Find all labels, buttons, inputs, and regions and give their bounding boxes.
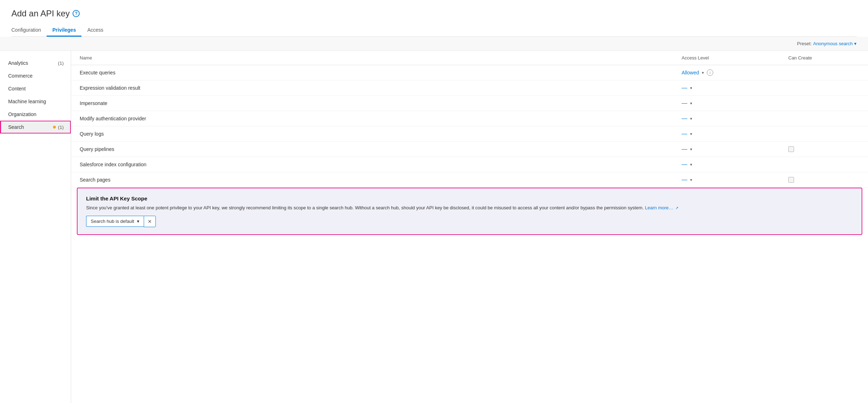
- create-cell: [788, 146, 859, 152]
- col-header-create: Can Create: [788, 55, 859, 61]
- access-dropdown-icon[interactable]: ▾: [690, 147, 692, 152]
- help-icon[interactable]: ?: [73, 10, 80, 17]
- access-cell: — ▾: [682, 146, 788, 152]
- privilege-name: Expression validation result: [80, 85, 682, 91]
- can-create-checkbox[interactable]: [788, 146, 794, 152]
- table-row: Impersonate — ▾: [71, 96, 868, 111]
- privilege-name: Search pages: [80, 177, 682, 183]
- privilege-name: Query logs: [80, 131, 682, 137]
- notification-text: Since you've granted at least one potent…: [86, 204, 853, 211]
- col-header-name: Name: [80, 55, 682, 61]
- page-title: Add an API key ?: [11, 9, 857, 19]
- create-cell: [788, 177, 859, 183]
- search-hub-close-button[interactable]: ✕: [144, 216, 156, 227]
- privilege-name: Execute queries: [80, 70, 682, 75]
- sidebar-item-organization[interactable]: Organization: [0, 108, 71, 121]
- search-hub-selector: Search hub is default ▾ ✕: [86, 216, 853, 227]
- access-value: —: [682, 85, 687, 91]
- access-value: —: [682, 177, 687, 183]
- access-dropdown-icon[interactable]: ▾: [702, 70, 704, 75]
- tab-privileges[interactable]: Privileges: [47, 24, 81, 37]
- privilege-name: Salesforce index configuration: [80, 162, 682, 167]
- table-row: Modify authentication provider — ▾: [71, 111, 868, 126]
- access-dropdown-icon[interactable]: ▾: [690, 132, 692, 136]
- table-row: Expression validation result — ▾: [71, 80, 868, 96]
- table-row: Execute queries Allowed ▾ i: [71, 65, 868, 80]
- sidebar-item-analytics[interactable]: Analytics (1): [0, 57, 71, 69]
- privilege-name: Impersonate: [80, 100, 682, 106]
- sidebar-item-machine-learning[interactable]: Machine learning: [0, 95, 71, 108]
- sidebar-label: Organization: [8, 111, 36, 117]
- sidebar-label: Commerce: [8, 73, 32, 79]
- access-value: —: [682, 146, 687, 152]
- info-icon[interactable]: i: [707, 69, 713, 76]
- sidebar-right: (1): [53, 125, 64, 130]
- access-dropdown-icon[interactable]: ▾: [690, 116, 692, 121]
- sidebar-item-search[interactable]: Search (1): [0, 121, 71, 134]
- access-value: —: [682, 161, 687, 168]
- access-cell: — ▾: [682, 177, 788, 183]
- access-value: —: [682, 100, 687, 106]
- preset-bar: Preset: Anonymous search ▾: [0, 37, 868, 51]
- access-value: Allowed: [682, 70, 699, 75]
- sidebar-label: Machine learning: [8, 99, 46, 104]
- sidebar: Analytics (1) Commerce Content Machine l…: [0, 51, 71, 403]
- access-dropdown-icon[interactable]: ▾: [690, 86, 692, 90]
- table-row: Search pages — ▾: [71, 172, 868, 188]
- page-title-text: Add an API key: [11, 9, 70, 19]
- page: Add an API key ? Configuration Privilege…: [0, 0, 868, 403]
- notification-title: Limit the API Key Scope: [86, 195, 853, 202]
- table-header: Name Access Level Can Create: [71, 51, 868, 65]
- access-dropdown-icon[interactable]: ▾: [690, 178, 692, 182]
- sidebar-item-content[interactable]: Content: [0, 82, 71, 95]
- access-dropdown-icon[interactable]: ▾: [690, 162, 692, 167]
- sidebar-item-commerce[interactable]: Commerce: [0, 69, 71, 82]
- sidebar-badge: (1): [58, 125, 64, 130]
- privileges-table-area: Name Access Level Can Create Execute que…: [71, 51, 868, 403]
- close-icon: ✕: [148, 219, 152, 224]
- tab-configuration[interactable]: Configuration: [11, 24, 47, 37]
- table-row: Salesforce index configuration — ▾: [71, 157, 868, 172]
- page-header: Add an API key ? Configuration Privilege…: [0, 0, 868, 37]
- external-link-icon: ↗: [675, 206, 678, 210]
- access-cell: — ▾: [682, 85, 788, 91]
- dot-indicator: [53, 126, 56, 129]
- learn-more-link[interactable]: Learn more… ↗: [645, 205, 678, 210]
- search-hub-label: Search hub is default: [91, 219, 134, 224]
- preset-value-text: Anonymous search: [813, 41, 853, 46]
- preset-chevron-icon: ▾: [854, 41, 857, 46]
- access-cell: — ▾: [682, 100, 788, 106]
- table-row: Query pipelines — ▾: [71, 142, 868, 157]
- access-value: —: [682, 131, 687, 137]
- col-header-access: Access Level: [682, 55, 788, 61]
- search-hub-dropdown-button[interactable]: Search hub is default ▾: [86, 216, 144, 227]
- sidebar-label: Analytics: [8, 60, 28, 66]
- sidebar-badge: (1): [58, 61, 64, 66]
- access-value: —: [682, 115, 687, 122]
- access-dropdown-icon[interactable]: ▾: [690, 101, 692, 106]
- preset-selector[interactable]: Anonymous search ▾: [813, 41, 857, 46]
- sidebar-label: Search: [8, 124, 24, 130]
- access-cell: — ▾: [682, 115, 788, 122]
- privilege-name: Modify authentication provider: [80, 116, 682, 121]
- main-content: Analytics (1) Commerce Content Machine l…: [0, 51, 868, 403]
- table-row: Query logs — ▾: [71, 126, 868, 142]
- search-hub-chevron-icon: ▾: [137, 219, 139, 224]
- can-create-checkbox[interactable]: [788, 177, 794, 183]
- access-cell: Allowed ▾ i: [682, 69, 788, 76]
- sidebar-label: Content: [8, 86, 26, 91]
- tabs-bar: Configuration Privileges Access: [11, 24, 857, 37]
- privilege-name: Query pipelines: [80, 146, 682, 152]
- api-key-scope-notification: Limit the API Key Scope Since you've gra…: [77, 188, 862, 235]
- preset-label: Preset:: [797, 41, 812, 46]
- access-cell: — ▾: [682, 161, 788, 168]
- tab-access[interactable]: Access: [81, 24, 109, 37]
- access-cell: — ▾: [682, 131, 788, 137]
